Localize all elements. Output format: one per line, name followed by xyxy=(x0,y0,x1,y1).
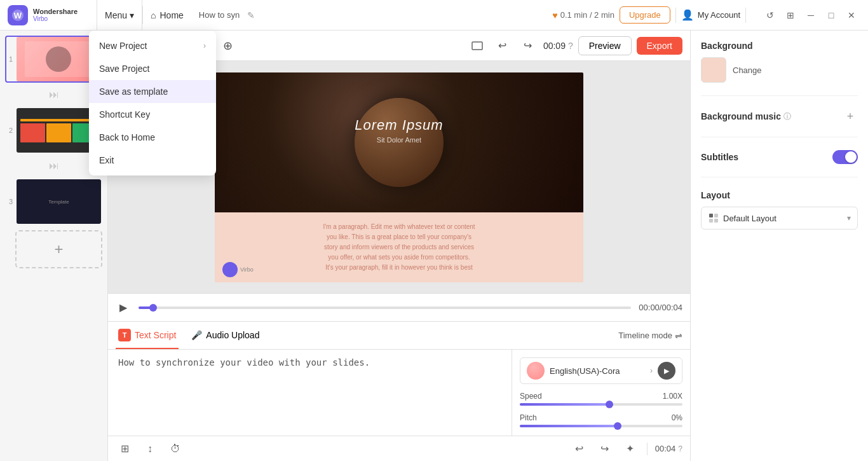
text-script-icon: T xyxy=(118,329,131,341)
home-button[interactable]: ⌂ Home xyxy=(142,6,191,24)
right-panel: Background Change Background music ⓘ + S… xyxy=(690,31,868,461)
insert-icon[interactable]: ⊞ xyxy=(116,440,133,458)
change-background-button[interactable]: Change xyxy=(733,65,762,75)
menu-item-save-project[interactable]: Save Project xyxy=(89,57,216,80)
slide-number-1: 1 xyxy=(9,55,13,63)
credit-icon: ♥ xyxy=(552,10,557,20)
home-nav[interactable]: ⌂ Home xyxy=(142,0,191,30)
layout-dropdown-arrow: ▾ xyxy=(847,214,851,223)
layout-dropdown[interactable]: Default Layout ▾ xyxy=(701,207,858,230)
video-frame: Lorem Ipsum Sit Dolor Amet I'm a paragra… xyxy=(215,72,583,282)
video-logo-overlay: Virbo xyxy=(222,262,254,277)
divider-layout xyxy=(701,177,858,177)
redo-tool[interactable]: ↪ xyxy=(518,36,538,56)
undo-tool[interactable]: ↩ xyxy=(492,36,513,56)
slide-number-3: 3 xyxy=(9,198,13,205)
divider xyxy=(675,8,676,23)
progress-track[interactable] xyxy=(139,306,631,309)
script-textarea[interactable]: How to synchronize your video with your … xyxy=(108,350,512,436)
magic-icon[interactable]: ✦ xyxy=(621,440,639,458)
window-controls: ↺ ⊞ ─ □ ✕ xyxy=(761,6,860,24)
layout-icon xyxy=(708,212,719,224)
background-row: Change xyxy=(701,57,858,83)
speed-thumb[interactable] xyxy=(606,401,613,408)
pitch-thumb[interactable] xyxy=(614,422,621,430)
history-button[interactable]: ↺ xyxy=(761,6,779,24)
voice-arrow-icon: › xyxy=(650,366,653,375)
background-section: Background Change xyxy=(701,41,858,83)
menu-item-new-project[interactable]: New Project › xyxy=(89,34,216,57)
aspect-ratio-tool[interactable] xyxy=(467,36,487,56)
edit-icon[interactable]: ✎ xyxy=(247,10,255,20)
menu-item-back-to-home[interactable]: Back to Home xyxy=(89,126,216,149)
script-content: How to synchronize your video with your … xyxy=(108,350,690,436)
svg-rect-6 xyxy=(709,219,713,223)
clock-icon[interactable]: ⏱ xyxy=(166,440,184,458)
audio-upload-icon: 🎤 xyxy=(191,330,202,340)
play-button[interactable]: ▶ xyxy=(116,300,131,315)
background-preview[interactable] xyxy=(701,57,726,83)
tab-text-script[interactable]: T Text Script xyxy=(116,322,179,349)
app-logo-icon: W xyxy=(8,5,28,25)
close-button[interactable]: ✕ xyxy=(843,6,860,24)
add-media-tool[interactable]: ⊕ xyxy=(217,36,238,56)
script-time-display: 00:04 ? xyxy=(655,444,682,453)
bg-music-label-area: Background music ⓘ xyxy=(701,111,791,122)
account-area[interactable]: 👤 My Account xyxy=(681,9,740,21)
minimize-button[interactable]: ─ xyxy=(802,6,820,24)
pitch-track[interactable] xyxy=(520,425,682,427)
speed-track[interactable] xyxy=(520,403,682,406)
export-button[interactable]: Export xyxy=(637,37,682,55)
undo-script-icon[interactable]: ↩ xyxy=(571,440,588,458)
grid-button[interactable]: ⊞ xyxy=(782,6,799,24)
logo-text-area: Wondershare Virbo xyxy=(33,8,78,22)
subtitles-toggle[interactable] xyxy=(832,150,858,164)
voice-play-button[interactable]: ▶ xyxy=(658,362,675,380)
format-icon[interactable]: ↕ xyxy=(141,440,159,458)
svg-rect-7 xyxy=(714,219,718,223)
divider-subtitles xyxy=(701,137,858,137)
svg-rect-5 xyxy=(714,214,718,217)
time-display: 00:00/00:04 xyxy=(639,303,682,312)
menu-item-save-template[interactable]: Save as template xyxy=(89,80,216,103)
layout-header: Layout xyxy=(701,190,858,200)
logo-area: W Wondershare Virbo xyxy=(8,5,97,25)
slide-thumb-3: Template xyxy=(17,179,101,224)
timeline-mode-button[interactable]: Timeline mode ⇌ xyxy=(618,331,682,341)
subtitles-row: Subtitles xyxy=(701,150,858,164)
divider xyxy=(647,443,648,455)
new-project-arrow: › xyxy=(203,41,206,50)
timeline-mode-icon: ⇌ xyxy=(675,331,682,341)
menu-button[interactable]: Menu ▾ xyxy=(97,0,142,30)
slide-item-1[interactable]: 1 xyxy=(5,36,102,83)
menu-item-exit[interactable]: Exit xyxy=(89,149,216,172)
voice-avatar xyxy=(527,362,545,380)
bg-music-row: Background music ⓘ + xyxy=(701,109,858,124)
bottom-help-icon: ? xyxy=(678,444,682,453)
timer-help-icon: ? xyxy=(568,41,573,51)
menu-item-shortcut-key[interactable]: Shortcut Key xyxy=(89,103,216,126)
add-slide-button[interactable]: + xyxy=(15,230,102,268)
slide-item-3[interactable]: 3 Template xyxy=(5,178,102,225)
voice-selector[interactable]: English(USA)-Cora › ▶ xyxy=(520,357,682,384)
script-area: T Text Script 🎤 Audio Upload Timeline mo… xyxy=(108,321,690,461)
progress-thumb[interactable] xyxy=(149,304,157,312)
speed-fill xyxy=(520,403,609,406)
menu-chevron-icon: ▾ xyxy=(130,10,134,20)
video-text-overlay: Lorem Ipsum Sit Dolor Amet xyxy=(215,117,583,144)
tab-audio-upload[interactable]: 🎤 Audio Upload xyxy=(189,322,262,349)
bg-music-section: Background music ⓘ + xyxy=(701,109,858,124)
slide-item-2[interactable]: 2 xyxy=(5,107,102,154)
video-bottom-section: I'm a paragraph. Edit me with whatever t… xyxy=(215,212,583,282)
upgrade-button[interactable]: Upgrade xyxy=(620,6,670,24)
add-bg-music-button[interactable]: + xyxy=(843,109,858,124)
slide-number-2: 2 xyxy=(9,127,13,134)
menu-btn[interactable]: Menu ▾ xyxy=(97,6,142,24)
home-icon: ⌂ xyxy=(151,10,156,20)
pitch-control: Pitch 0% xyxy=(520,413,682,427)
layout-section: Layout Default Layout ▾ xyxy=(701,190,858,230)
redo-script-icon[interactable]: ↪ xyxy=(596,440,614,458)
preview-button[interactable]: Preview xyxy=(578,36,632,55)
svg-text:W: W xyxy=(14,11,22,20)
maximize-button[interactable]: □ xyxy=(822,6,840,24)
